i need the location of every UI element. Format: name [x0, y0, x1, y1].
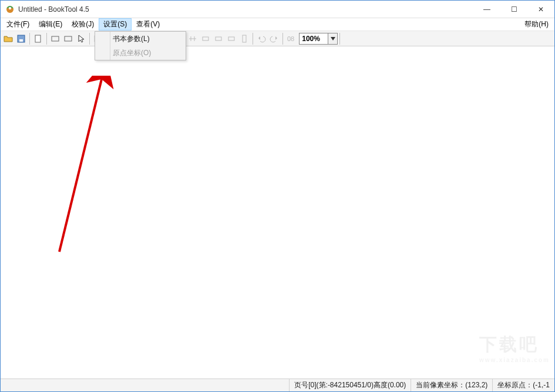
svg-rect-16	[216, 37, 221, 40]
pointer-icon[interactable]	[75, 32, 88, 45]
menu-file[interactable]: 文件(F)	[2, 18, 34, 31]
toolbar: 08	[1, 31, 554, 46]
zoom-input[interactable]	[299, 33, 328, 45]
dropdown-item-origin-coords: 原点坐标(O)	[95, 46, 186, 60]
status-cursor: 当前像素坐标：(123,2)	[411, 379, 492, 391]
window-title: Untitled - BookTool 4.5	[18, 5, 89, 13]
settings-dropdown: 书本参数(L) 原点坐标(O)	[95, 31, 186, 60]
svg-point-1	[9, 6, 11, 9]
svg-rect-15	[203, 37, 208, 40]
menu-help[interactable]: 帮助(H)	[520, 18, 553, 31]
maximize-button[interactable]: ☐	[500, 1, 527, 18]
undo-icon[interactable]	[255, 32, 268, 45]
menu-bar: 文件(F) 编辑(E) 校验(J) 设置(S) 查看(V) 帮助(H) 书本参数…	[1, 18, 554, 31]
minimize-button[interactable]: —	[473, 1, 500, 18]
svg-rect-5	[52, 36, 59, 41]
app-icon	[5, 5, 15, 14]
align-h1-icon[interactable]	[186, 32, 199, 45]
rect2-icon[interactable]	[62, 32, 75, 45]
annotation-arrow-icon	[48, 76, 118, 263]
align-v-icon[interactable]	[238, 32, 251, 45]
align-h2-icon[interactable]	[199, 32, 212, 45]
status-bar: 页号[0](第:-842150451/0)高度(0.00) 当前像素坐标：(12…	[1, 379, 554, 391]
app-window: Untitled - BookTool 4.5 — ☐ ✕ 文件(F) 编辑(E…	[0, 0, 555, 392]
svg-rect-3	[19, 39, 23, 42]
svg-rect-4	[35, 35, 41, 42]
close-button[interactable]: ✕	[527, 1, 554, 18]
new-page-icon[interactable]	[32, 32, 45, 45]
status-origin: 坐标原点：(-1,-1	[492, 379, 554, 391]
status-page: 页号[0](第:-842150451/0)高度(0.00)	[289, 379, 411, 391]
workspace[interactable]: 下载吧 www.xiazaiba.com	[1, 46, 554, 379]
watermark: 下载吧 www.xiazaiba.com	[479, 333, 550, 363]
menu-settings[interactable]: 设置(S)	[99, 18, 132, 31]
zoom-combo[interactable]	[299, 33, 338, 45]
open-icon[interactable]	[2, 32, 15, 45]
dropdown-item-book-params[interactable]: 书本参数(L)	[95, 32, 186, 46]
menu-edit[interactable]: 编辑(E)	[34, 18, 67, 31]
align-h3-icon[interactable]	[212, 32, 225, 45]
svg-rect-17	[228, 37, 234, 40]
align-h4-icon[interactable]	[225, 32, 238, 45]
redo-icon[interactable]	[268, 32, 281, 45]
title-bar: Untitled - BookTool 4.5 — ☐ ✕	[1, 1, 554, 18]
svg-rect-6	[65, 36, 72, 41]
menu-view[interactable]: 查看(V)	[132, 18, 164, 31]
menu-verify[interactable]: 校验(J)	[67, 18, 99, 31]
rect1-icon[interactable]	[49, 32, 62, 45]
zoom-label: 08	[285, 35, 297, 42]
svg-rect-18	[243, 35, 246, 42]
save-icon[interactable]	[15, 32, 28, 45]
svg-line-19	[59, 79, 102, 252]
zoom-dropdown-button[interactable]	[328, 33, 338, 45]
